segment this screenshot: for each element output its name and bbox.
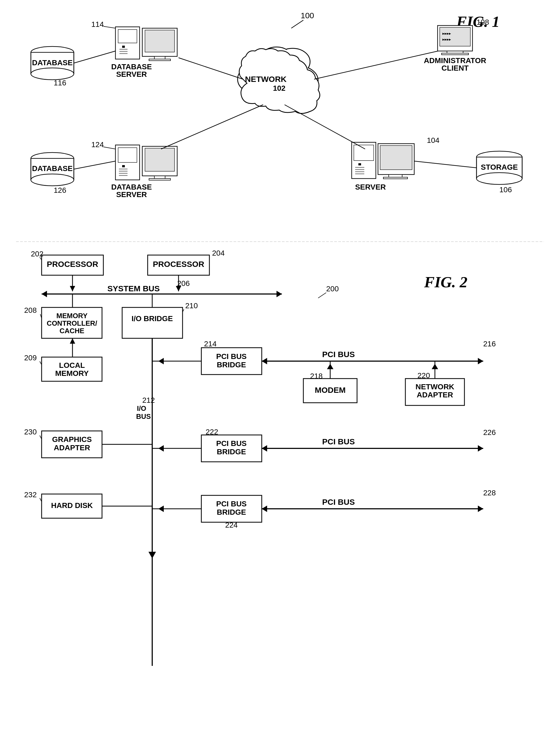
svg-rect-89 [122,307,183,338]
svg-rect-119 [42,494,102,518]
svg-rect-38 [116,145,140,180]
svg-line-55 [74,161,116,169]
svg-rect-22 [149,59,171,61]
svg-line-49 [103,147,116,149]
svg-rect-104 [303,379,357,403]
admin-client-label: ADMINISTRATOR [424,56,486,65]
svg-rect-42 [119,171,127,172]
svg-line-76 [318,293,326,298]
svg-point-69 [477,173,522,184]
ref-216: 216 [483,340,496,348]
ref-222: 222 [206,428,218,436]
ref-124: 124 [91,140,104,149]
system-bus-label: SYSTEM BUS [107,284,160,293]
database-bottom-label: DATABASE [32,164,73,173]
ref-126: 126 [54,186,66,194]
svg-rect-79 [148,255,209,275]
svg-line-23 [103,26,116,28]
pci-bus-bridge1-label: PCI BUS [216,352,247,361]
svg-point-1 [250,52,309,93]
ref-218: 218 [310,372,323,380]
svg-rect-77 [42,255,103,275]
ref-206: 206 [177,279,190,287]
svg-rect-64 [380,145,412,170]
server-label: SERVER [355,183,386,191]
svg-rect-41 [119,168,127,170]
svg-rect-43 [119,173,127,174]
svg-point-67 [477,151,522,163]
svg-marker-117 [262,445,267,452]
svg-line-120 [40,498,42,501]
storage-label: STORAGE [481,163,518,171]
svg-marker-103 [478,358,483,364]
svg-rect-32 [447,51,463,53]
svg-text:▸▸▸▸: ▸▸▸▸ [442,31,451,36]
ref-208: 208 [24,306,37,314]
svg-point-5 [275,48,310,75]
svg-marker-100 [158,358,164,364]
svg-marker-82 [277,291,282,297]
svg-rect-15 [122,46,125,48]
memory-controller-label: MEMORY [56,312,87,320]
svg-rect-66 [383,177,407,179]
svg-rect-45 [142,146,177,176]
svg-rect-16 [119,49,127,50]
ref-204: 204 [212,249,225,257]
processor2-label: PROCESSOR [153,260,204,269]
network-adapter-label: NETWORK [416,383,455,391]
svg-point-52 [31,174,74,186]
database-top-label: DATABASE [32,59,73,67]
svg-line-94 [40,361,42,364]
svg-point-26 [31,68,74,80]
svg-rect-31 [440,27,470,46]
svg-marker-102 [262,358,267,364]
svg-point-10 [246,50,280,76]
svg-rect-87 [42,307,102,338]
svg-rect-39 [118,148,137,162]
local-memory-label2: MEMORY [55,369,89,378]
io-bus-label2: BUS [136,412,151,420]
svg-rect-58 [358,163,361,165]
svg-rect-98 [201,348,262,375]
svg-line-36 [179,58,243,79]
graphics-adapter-label2: ADAPTER [54,443,90,452]
svg-rect-14 [118,29,137,43]
modem-label: MODEM [315,385,346,394]
svg-rect-51 [31,158,74,180]
memory-controller-label3: CACHE [60,327,84,335]
svg-marker-81 [42,291,47,297]
svg-line-29 [74,51,116,63]
svg-marker-127 [478,505,483,512]
svg-point-4 [246,50,281,77]
svg-line-78 [40,257,42,260]
svg-rect-48 [149,179,171,180]
db-server-bottom-label: DATABASE [111,183,152,191]
svg-rect-47 [154,176,165,179]
network-label: NETWORK [245,75,287,83]
svg-marker-96 [70,338,75,344]
ref-104: 104 [427,136,439,144]
ref-210: 210 [185,301,198,310]
pci-bus-bridge3-label2: BRIDGE [217,508,246,516]
fig2-title: FIG. 2 [424,273,467,291]
ref-220: 220 [417,371,430,380]
ref-228: 228 [483,489,496,497]
svg-rect-46 [145,148,175,171]
svg-point-12 [261,47,292,71]
svg-rect-40 [122,165,125,167]
svg-marker-126 [262,505,267,512]
pci-bus-bridge2-label2: BRIDGE [217,448,246,456]
hard-disk-label: HARD DISK [51,501,93,510]
ref-106: 106 [499,185,512,194]
svg-marker-109 [432,364,438,369]
svg-line-111 [40,436,42,439]
graphics-adapter-label: GRAPHICS [52,435,92,443]
svg-marker-106 [327,364,334,369]
svg-point-9 [278,66,318,95]
svg-marker-86 [176,286,181,291]
pci-bus2-label: PCI BUS [322,437,355,446]
svg-rect-62 [355,174,364,174]
svg-rect-57 [354,145,374,161]
svg-rect-63 [378,144,414,175]
pci-bus-bridge1-label2: BRIDGE [217,361,246,369]
